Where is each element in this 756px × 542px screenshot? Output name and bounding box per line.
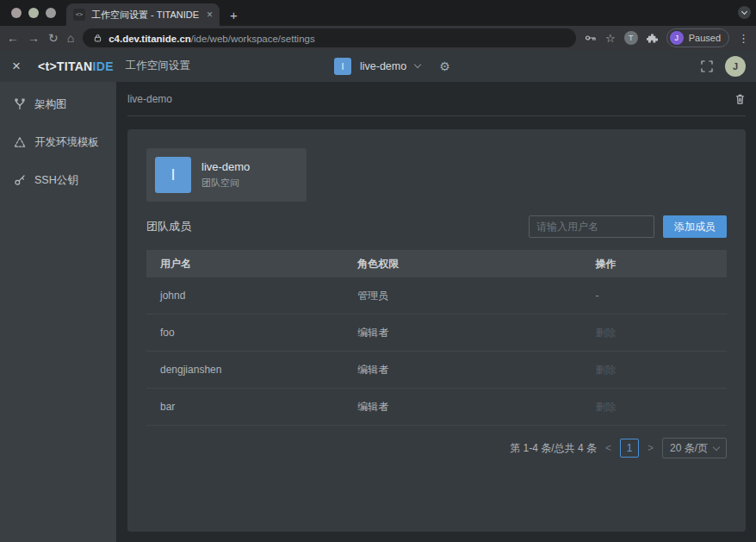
page-size-value: 20 条/页 (670, 441, 708, 456)
sidebar-item-label: 架构图 (34, 97, 67, 112)
workspace-card: l live-demo 团队空间 (146, 148, 307, 202)
url-path: /ide/web/workspace/settings (191, 34, 315, 44)
sync-paused-label: Paused (689, 33, 721, 43)
table-row: bar 编辑者 删除 (146, 389, 727, 426)
key-icon (14, 174, 26, 186)
cell-action: - (581, 290, 727, 302)
content-topbar: live-demo (127, 82, 746, 116)
workspace-card-subtitle: 团队空间 (201, 177, 250, 190)
cell-role: 编辑者 (344, 400, 581, 414)
sidebar: 架构图 开发环境模板 SSH公钥 (0, 82, 116, 542)
add-member-button[interactable]: 添加成员 (663, 215, 727, 238)
cell-username: bar (146, 401, 344, 413)
breadcrumb: live-demo (127, 93, 172, 105)
col-username: 用户名 (146, 257, 344, 271)
cell-username: johnd (146, 290, 344, 302)
fullscreen-icon[interactable] (701, 60, 713, 72)
workspace-settings-gear-icon[interactable]: ⚙ (439, 60, 450, 72)
cell-role: 编辑者 (344, 326, 581, 340)
pagination: 第 1-4 条/总共 4 条 < 1 > 20 条/页 (146, 438, 727, 458)
col-role: 角色权限 (344, 257, 581, 271)
tab-close-icon[interactable]: × (207, 9, 213, 20)
close-window-button[interactable] (11, 8, 22, 18)
address-bar[interactable]: c4.dev.titanide.cn/ide/web/workspace/set… (83, 28, 576, 47)
browser-window: <> 工作空间设置 - TITANIDE × + ← → ↻ ⌂ c4.dev.… (0, 0, 756, 542)
browser-profile-button[interactable]: J Paused (666, 28, 729, 47)
window-controls (0, 0, 66, 26)
workspace-name: live-demo (360, 60, 406, 72)
user-avatar[interactable]: J (725, 56, 746, 77)
profile-avatar: J (670, 31, 684, 45)
next-page-icon[interactable]: > (648, 442, 654, 454)
sidebar-item-label: SSH公钥 (34, 173, 78, 188)
members-table: 用户名 角色权限 操作 johnd 管理员 - foo 编辑者 删除 (146, 250, 727, 426)
workspace-card-avatar: l (155, 157, 191, 193)
col-actions: 操作 (581, 257, 727, 271)
delete-member-link[interactable]: 删除 (581, 400, 727, 414)
sidebar-item-ssh-keys[interactable]: SSH公钥 (0, 161, 116, 199)
cell-role: 编辑者 (344, 363, 581, 377)
browser-tab[interactable]: <> 工作空间设置 - TITANIDE × (66, 3, 220, 26)
cell-username: dengjianshen (146, 364, 344, 376)
new-tab-button[interactable]: + (230, 8, 238, 22)
home-button[interactable]: ⌂ (67, 32, 74, 44)
chevron-down-icon[interactable] (414, 61, 421, 68)
reload-button[interactable]: ↻ (48, 32, 59, 44)
app-close-icon[interactable]: × (12, 59, 21, 73)
bookmark-star-icon[interactable]: ☆ (605, 32, 616, 45)
extension-t-icon[interactable]: T (624, 31, 638, 45)
titanide-logo: <t>TITANIDE (38, 59, 114, 73)
cell-role: 管理员 (344, 289, 581, 303)
delete-member-link[interactable]: 删除 (581, 326, 727, 340)
extensions-puzzle-icon[interactable] (647, 33, 658, 44)
cell-username: foo (146, 327, 344, 339)
app-header: × <t>TITANIDE 工作空间设置 l live-demo ⚙ J (0, 50, 756, 82)
tab-favicon-icon: <> (73, 9, 85, 21)
tab-strip: <> 工作空间设置 - TITANIDE × + (0, 0, 756, 26)
browser-menu-icon[interactable]: ⋮ (738, 32, 749, 45)
sidebar-item-architecture[interactable]: 架构图 (0, 85, 116, 123)
workspace-switcher[interactable]: l live-demo ⚙ (334, 58, 450, 75)
settings-panel: l live-demo 团队空间 团队成员 添加成员 用户名 角色权限 操作 (127, 129, 746, 532)
table-row: johnd 管理员 - (146, 277, 727, 315)
chevron-down-icon (713, 443, 720, 450)
sidebar-item-label: 开发环境模板 (34, 135, 99, 150)
username-input[interactable] (529, 215, 654, 238)
password-key-icon[interactable] (585, 33, 597, 43)
tab-search-icon[interactable] (738, 6, 751, 19)
branch-icon (14, 98, 26, 110)
forward-button[interactable]: → (28, 32, 40, 44)
back-button[interactable]: ← (7, 32, 19, 44)
main-content: live-demo l live-demo 团队空间 团队成员 添加成员 (116, 82, 756, 542)
pagination-summary: 第 1-4 条/总共 4 条 (510, 441, 597, 456)
page-title: 工作空间设置 (126, 59, 190, 73)
sidebar-item-templates[interactable]: 开发环境模板 (0, 123, 116, 161)
table-row: foo 编辑者 删除 (146, 315, 727, 352)
url-host: c4.dev.titanide.cn (108, 34, 191, 44)
lock-icon (93, 33, 102, 43)
browser-toolbar: ← → ↻ ⌂ c4.dev.titanide.cn/ide/web/works… (0, 26, 756, 50)
workspace-card-title: live-demo (201, 160, 250, 173)
delete-member-link[interactable]: 删除 (581, 363, 727, 377)
table-header-row: 用户名 角色权限 操作 (146, 250, 727, 277)
tab-title: 工作空间设置 - TITANIDE (91, 9, 201, 22)
table-row: dengjianshen 编辑者 删除 (146, 352, 727, 389)
prev-page-icon[interactable]: < (605, 442, 611, 454)
page-size-select[interactable]: 20 条/页 (662, 438, 727, 458)
delete-workspace-trash-icon[interactable] (734, 93, 746, 105)
members-section-title: 团队成员 (146, 219, 529, 234)
workspace-avatar: l (334, 58, 351, 75)
current-page-button[interactable]: 1 (620, 439, 639, 458)
minimize-window-button[interactable] (28, 8, 39, 18)
members-section-header: 团队成员 添加成员 (146, 215, 727, 238)
template-icon (14, 136, 26, 148)
zoom-window-button[interactable] (46, 8, 56, 18)
